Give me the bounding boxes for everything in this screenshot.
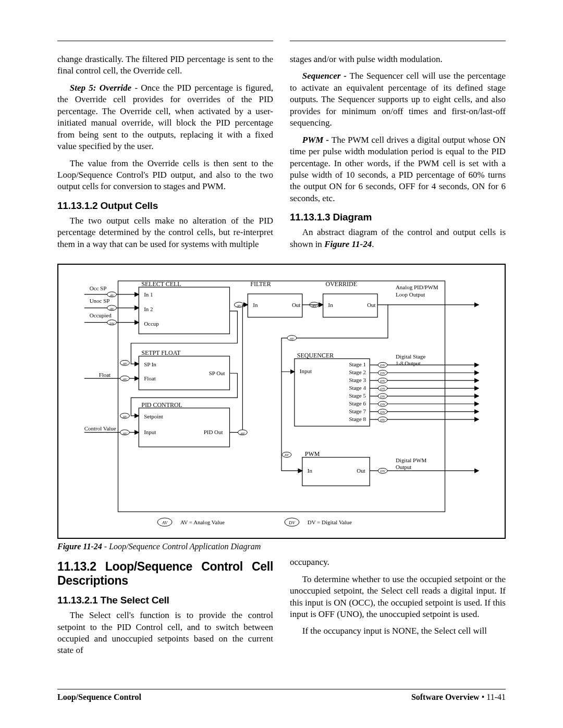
page-footer: Loop/Sequence Control Software Overview … xyxy=(57,689,506,702)
svg-text:AV: AV xyxy=(240,431,245,436)
para: To determine whether to use the occupied… xyxy=(290,574,506,621)
svg-text:Stage 2: Stage 2 xyxy=(349,369,366,375)
para: The value from the Override cells is the… xyxy=(57,158,273,193)
svg-text:Stage 5: Stage 5 xyxy=(349,392,366,399)
para: If the occupancy input is NONE, the Sele… xyxy=(290,625,506,637)
svg-text:DV: DV xyxy=(380,394,385,399)
svg-text:Stage 8: Stage 8 xyxy=(349,416,366,422)
para: Sequencer - The Sequencer cell will use … xyxy=(290,70,506,129)
svg-text:AV: AV xyxy=(122,415,127,419)
left-column: change drastically. The filtered PID per… xyxy=(57,54,273,255)
para: PWM - The PWM cell drives a digital outp… xyxy=(290,134,506,205)
svg-text:PID CONTROL: PID CONTROL xyxy=(141,401,182,409)
svg-text:AV = Analog Value: AV = Analog Value xyxy=(180,519,225,525)
svg-text:AV: AV xyxy=(109,307,114,311)
svg-text:AV: AV xyxy=(122,377,127,381)
svg-text:Analog PID/PWM: Analog PID/PWM xyxy=(396,284,438,290)
para: The two output cells make no alteration … xyxy=(57,215,273,250)
para: An abstract diagram of the control and o… xyxy=(290,227,506,250)
svg-text:Digital Stage: Digital Stage xyxy=(396,354,426,360)
svg-text:FILTER: FILTER xyxy=(250,280,271,288)
svg-text:Stage 7: Stage 7 xyxy=(349,408,366,414)
figure-caption: Figure 11-24 - Loop/Sequence Control App… xyxy=(57,542,506,551)
text: . xyxy=(372,239,374,249)
svg-text:DV: DV xyxy=(380,387,385,391)
svg-text:Stage 6: Stage 6 xyxy=(349,400,366,406)
figure-ref: Figure 11-24 xyxy=(324,239,372,249)
svg-text:Setpoint: Setpoint xyxy=(144,413,163,419)
svg-text:Control Value: Control Value xyxy=(84,425,116,431)
step-label: Step 5: Override xyxy=(70,83,131,93)
heading-11-13-2: 11.13.2 Loop/Sequence Control Cell Descr… xyxy=(57,560,273,587)
run-in-head: PWM - xyxy=(302,135,332,145)
svg-text:SP Out: SP Out xyxy=(209,370,225,376)
right-column: stages and/or with pulse width modulatio… xyxy=(290,54,506,255)
para: change drastically. The filtered PID per… xyxy=(57,54,273,77)
text: - Once the PID percentage is figured, th… xyxy=(57,83,273,151)
intro-columns: change drastically. The filtered PID per… xyxy=(57,54,506,255)
figure-11-24: SELECT CELL In 1 In 2 Occup Occ SP AV Un… xyxy=(57,264,506,539)
svg-text:AV: AV xyxy=(312,304,317,308)
heading-select-cell: 11.13.2.1 The Select Cell xyxy=(57,594,273,607)
svg-text:Input: Input xyxy=(300,368,312,374)
svg-text:AV: AV xyxy=(162,520,168,525)
svg-text:Unoc SP: Unoc SP xyxy=(90,298,110,304)
footer-page: • 11-41 xyxy=(480,693,506,701)
svg-text:PID Out: PID Out xyxy=(204,429,223,435)
svg-text:Loop Output: Loop Output xyxy=(396,291,425,298)
svg-text:Out: Out xyxy=(292,302,300,308)
caption-bold: Figure 11-24 xyxy=(57,542,102,551)
svg-text:In 2: In 2 xyxy=(144,306,153,312)
svg-text:DV: DV xyxy=(380,371,385,375)
svg-text:Out: Out xyxy=(367,302,375,308)
text: The PWM cell drives a digital output who… xyxy=(290,135,506,203)
svg-text:Occ SP: Occ SP xyxy=(90,285,107,291)
svg-text:SEQUENCER: SEQUENCER xyxy=(297,352,334,360)
svg-text:SP In: SP In xyxy=(144,362,156,368)
svg-text:DV = Digital Value: DV = Digital Value xyxy=(308,519,352,525)
svg-text:AV: AV xyxy=(122,362,127,366)
para: Step 5: Override - Once the PID percenta… xyxy=(57,82,273,153)
svg-text:DV: DV xyxy=(380,379,385,383)
svg-text:Digital PWM: Digital PWM xyxy=(396,458,427,464)
heading-output-cells: 11.13.1.2 Output Cells xyxy=(57,199,273,212)
svg-text:Stage 1: Stage 1 xyxy=(349,362,366,368)
heading-diagram: 11.13.1.3 Diagram xyxy=(290,211,506,224)
svg-text:Output: Output xyxy=(396,464,411,471)
text: An abstract diagram of the control and o… xyxy=(290,227,506,249)
svg-text:Out: Out xyxy=(357,468,365,474)
svg-text:AV: AV xyxy=(284,453,289,458)
diagram-svg: SELECT CELL In 1 In 2 Occup Occ SP AV Un… xyxy=(58,265,505,538)
caption-text: - Loop/Sequence Control Application Diag… xyxy=(102,542,261,551)
svg-text:DV: DV xyxy=(380,418,385,422)
para: stages and/or with pulse width modulatio… xyxy=(290,54,506,65)
svg-text:DV: DV xyxy=(380,402,385,406)
svg-text:In 1: In 1 xyxy=(144,291,153,298)
svg-text:PWM: PWM xyxy=(305,451,320,458)
footer-right-label: Software Overview xyxy=(411,693,480,701)
svg-text:Input: Input xyxy=(144,429,156,435)
svg-text:DV: DV xyxy=(380,470,385,474)
svg-text:Float: Float xyxy=(99,372,111,378)
svg-text:AV: AV xyxy=(122,431,127,436)
svg-text:DV: DV xyxy=(109,322,115,326)
run-in-head: Sequencer - xyxy=(302,71,350,81)
left-column-2: 11.13.2 Loop/Sequence Control Cell Descr… xyxy=(57,557,273,662)
svg-text:SETPT FLOAT: SETPT FLOAT xyxy=(141,350,181,357)
svg-text:Stage 4: Stage 4 xyxy=(349,385,366,391)
svg-text:DV: DV xyxy=(288,520,296,525)
right-column-2: occupancy. To determine whether to use t… xyxy=(290,557,506,662)
svg-text:Occup: Occup xyxy=(144,320,159,327)
svg-text:DV: DV xyxy=(380,410,385,414)
para: The Select cell's function is to provide… xyxy=(57,610,273,657)
svg-text:1-8 Output: 1-8 Output xyxy=(396,361,421,367)
svg-text:In: In xyxy=(253,302,258,308)
svg-text:In: In xyxy=(328,302,334,308)
svg-text:AV: AV xyxy=(289,337,295,341)
svg-text:Stage 3: Stage 3 xyxy=(349,377,366,383)
svg-text:AV: AV xyxy=(109,293,114,298)
svg-text:Occupied: Occupied xyxy=(90,312,112,318)
section-2-columns: 11.13.2 Loop/Sequence Control Cell Descr… xyxy=(57,557,506,662)
svg-text:DV: DV xyxy=(380,364,385,368)
para: occupancy. xyxy=(290,557,506,568)
